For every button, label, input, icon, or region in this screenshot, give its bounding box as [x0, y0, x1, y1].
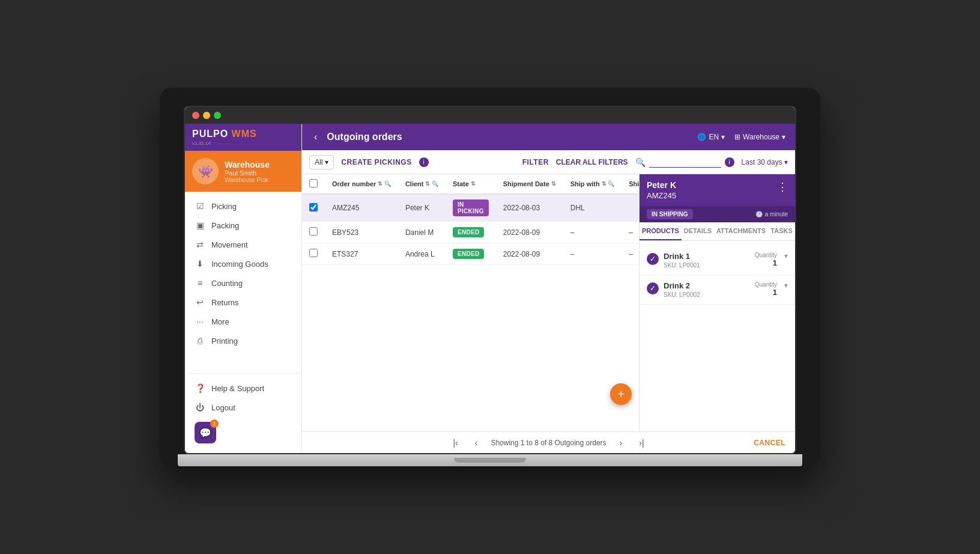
create-pickings-info-icon[interactable]: i	[419, 157, 429, 167]
warehouse-selector[interactable]: ⊞ Warehouse ▾	[734, 133, 785, 141]
sidebar-item-packing[interactable]: ▣ Packing	[185, 216, 301, 235]
sidebar-item-picking-label: Picking	[211, 202, 237, 211]
product-info-2: Drink 2 SKU: LP0002	[664, 281, 750, 298]
table-row[interactable]: ETS327 Andrea L ENDED 2022-08-09 – –	[302, 243, 639, 265]
filter-button[interactable]: FILTER	[522, 158, 549, 166]
sidebar-item-logout[interactable]: ⏻ Logout	[185, 398, 301, 417]
sidebar-item-counting[interactable]: ≡ Counting	[185, 273, 301, 293]
pagination-first-button[interactable]: |‹	[449, 437, 461, 449]
sidebar-item-help-label: Help & Support	[211, 384, 264, 393]
title-bar	[185, 107, 795, 124]
status-badge-ended-ets: ENDED	[453, 249, 485, 259]
status-badge-ended-eby: ENDED	[453, 227, 485, 237]
tab-details[interactable]: DETAILS	[682, 222, 714, 240]
order-number-filter-icon[interactable]: ⇅ 🔍	[378, 181, 391, 187]
cancel-button[interactable]: CANCEL	[754, 439, 785, 447]
product-check-icon-2: ✓	[647, 282, 659, 294]
filter-all-dropdown[interactable]: All ▾	[309, 155, 334, 169]
row-checkbox-ets327[interactable]	[309, 249, 318, 257]
date-filter-button[interactable]: Last 30 days ▾	[742, 158, 788, 166]
tab-products[interactable]: PRODUCTS	[640, 222, 682, 240]
sidebar-item-printing[interactable]: ⎙ Printing	[185, 331, 301, 350]
orders-table: Order number ⇅ 🔍 Client ⇅ 🔍	[302, 174, 639, 265]
sidebar-item-incoming-goods-label: Incoming Goods	[211, 260, 268, 269]
language-selector[interactable]: 🌐 EN ▾	[697, 133, 725, 141]
clear-filters-button[interactable]: CLEAR ALL FILTERS	[556, 158, 628, 166]
select-all-checkbox[interactable]	[309, 179, 318, 187]
pagination-prev-button[interactable]: ‹	[471, 437, 482, 449]
sidebar-item-more[interactable]: ··· More	[185, 312, 301, 331]
avatar-icon: 👾	[198, 164, 213, 178]
sidebar-item-printing-label: Printing	[211, 336, 238, 345]
product-name-2: Drink 2	[664, 281, 750, 290]
product-quantity-2: Quantity 1	[755, 281, 777, 297]
row-checkbox-amz245[interactable]	[309, 203, 318, 212]
cell-ship-with-amz245: DHL	[563, 194, 622, 222]
product-expand-button-1[interactable]: ▾	[784, 252, 788, 260]
toolbar: All ▾ CREATE PICKINGS i FILTER CLEAR ALL…	[302, 150, 795, 174]
sidebar-item-incoming-goods[interactable]: ⬇ Incoming Goods	[185, 254, 301, 273]
globe-icon: 🌐	[697, 133, 706, 141]
minimize-dot[interactable]	[203, 112, 210, 119]
notification-count: 1	[210, 419, 219, 428]
sidebar-item-help[interactable]: ❓ Help & Support	[185, 379, 301, 398]
notification-badge[interactable]: 💬 1	[195, 422, 216, 443]
returns-icon: ↩	[195, 297, 205, 307]
cell-order-number-eby523: EBY523	[325, 222, 398, 243]
sidebar-item-movement[interactable]: ⇄ Movement	[185, 235, 301, 254]
sidebar-user-info: Warehouse Paul Smith Warehouse Pick	[225, 160, 294, 183]
sidebar-item-logout-label: Logout	[211, 403, 235, 412]
fab-add-button[interactable]: +	[610, 383, 632, 405]
lang-label: EN	[709, 133, 719, 141]
status-badge-in-picking: IN PICKING	[453, 199, 489, 216]
search-icon[interactable]: 🔍	[635, 157, 646, 167]
logout-icon: ⏻	[195, 403, 205, 412]
panel-username: Peter K	[647, 180, 676, 190]
cell-state-amz245: IN PICKING	[446, 194, 496, 222]
table-row[interactable]: EBY523 Daniel M ENDED 2022-08-09 – –	[302, 222, 639, 243]
laptop-frame: PULPO WMS v1.31.14 👾 Warehouse Paul Smit…	[160, 88, 820, 466]
sidebar-item-returns-label: Returns	[211, 298, 239, 307]
sidebar: PULPO WMS v1.31.14 👾 Warehouse Paul Smit…	[185, 124, 302, 453]
panel-user-info: Peter K AMZ245	[647, 180, 676, 200]
cell-ship-to-ets327: –	[622, 243, 639, 265]
th-ship-with: Ship with ⇅ 🔍	[563, 174, 622, 194]
client-filter-icon[interactable]: ⇅ 🔍	[425, 181, 438, 187]
search-info-icon[interactable]: i	[725, 157, 734, 167]
ship-with-filter-icon[interactable]: ⇅ 🔍	[602, 181, 615, 187]
product-expand-button-2[interactable]: ▾	[784, 281, 788, 290]
help-icon: ❓	[195, 383, 205, 393]
panel-more-button[interactable]: ⋮	[777, 180, 788, 193]
sidebar-item-returns[interactable]: ↩ Returns	[185, 293, 301, 312]
sidebar-user-name: Paul Smith	[225, 169, 294, 177]
tab-tasks[interactable]: TASKS	[768, 222, 795, 240]
more-icon: ···	[195, 317, 205, 326]
create-pickings-button[interactable]: CREATE PICKINGS	[341, 158, 411, 166]
sidebar-item-picking[interactable]: ☑ Picking	[185, 196, 301, 216]
row-checkbox-eby523[interactable]	[309, 227, 318, 236]
product-item: ✓ Drink 2 SKU: LP0002 Quantity 1 ▾	[640, 275, 795, 305]
sidebar-logo: PULPO WMS v1.31.14	[185, 124, 301, 151]
back-button[interactable]: ‹	[312, 129, 319, 145]
sidebar-nav: ☑ Picking ▣ Packing ⇄ Movement ⬇ Incomin…	[185, 192, 301, 373]
packing-icon: ▣	[195, 221, 205, 230]
cell-date-ets327: 2022-08-09	[496, 243, 563, 265]
shipment-date-filter-icon[interactable]: ⇅	[551, 181, 556, 187]
state-filter-icon[interactable]: ⇅	[471, 181, 476, 187]
product-item: ✓ Drink 1 SKU: LP0001 Quantity 1 ▾	[640, 246, 795, 275]
cell-ship-to-eby523: –	[622, 222, 639, 243]
product-sku-1: SKU: LP0001	[664, 262, 750, 269]
pagination-next-button[interactable]: ›	[616, 437, 626, 449]
pagination-last-button[interactable]: ›|	[635, 437, 647, 449]
cell-state-eby523: ENDED	[446, 222, 496, 243]
table-container: Order number ⇅ 🔍 Client ⇅ 🔍	[302, 174, 639, 431]
maximize-dot[interactable]	[214, 112, 221, 119]
table-row[interactable]: AMZ245 Peter K IN PICKING 2022-08-03 DHL…	[302, 194, 639, 222]
sidebar-item-more-label: More	[211, 317, 229, 326]
time-info: 🕐 a minute	[755, 211, 788, 218]
tab-attachments[interactable]: ATTACHMENTS	[714, 222, 768, 240]
close-dot[interactable]	[192, 112, 199, 119]
sidebar-item-packing-label: Packing	[211, 221, 239, 230]
panel-status-bar: IN SHIPPING 🕐 a minute	[640, 206, 795, 222]
search-input[interactable]	[649, 156, 721, 168]
